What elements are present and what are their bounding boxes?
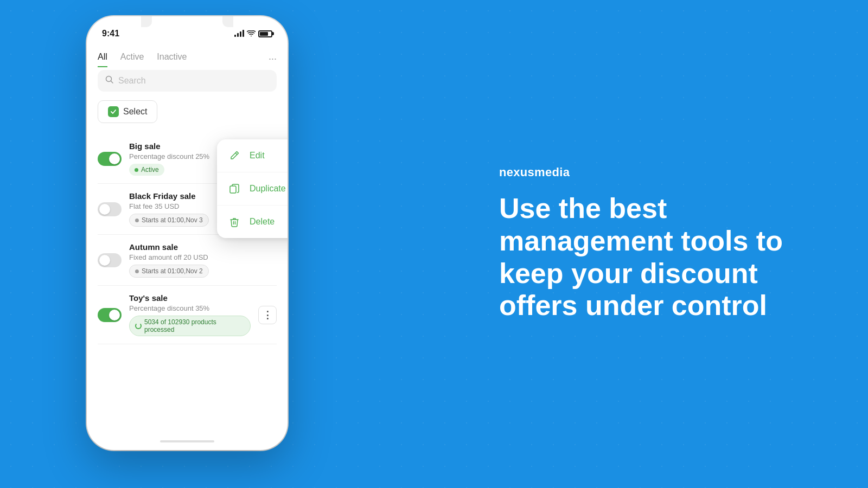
- badge-dot-autumn: [135, 269, 139, 273]
- edit-icon: [228, 149, 241, 162]
- select-button[interactable]: Select: [98, 100, 157, 123]
- context-menu: Edit Duplicate: [217, 139, 288, 238]
- menu-item-edit[interactable]: Edit: [217, 139, 288, 172]
- search-icon: [105, 75, 114, 86]
- sale-desc-toys: Percentage discount 35%: [129, 304, 251, 312]
- phone-notch: [152, 16, 222, 31]
- badge-black-friday: Starts at 01:00,Nov 3: [129, 214, 209, 227]
- scroll-indicator: [160, 440, 214, 442]
- checkbox-icon: [108, 106, 119, 117]
- tab-all[interactable]: All: [98, 52, 107, 67]
- phone-mockup: 9:41: [87, 16, 288, 472]
- badge-autumn: Starts at 01:00,Nov 2: [129, 265, 209, 278]
- status-icons: [234, 30, 272, 37]
- menu-delete-label: Delete: [250, 217, 275, 227]
- menu-item-duplicate[interactable]: Duplicate: [217, 172, 288, 206]
- delete-icon: [228, 215, 241, 228]
- right-panel: nexusmedia Use the best management tools…: [499, 165, 803, 322]
- duplicate-icon: [228, 182, 241, 195]
- sale-item-autumn: Autumn sale Fixed amount off 20 USD Star…: [98, 235, 277, 286]
- tab-more[interactable]: ...: [269, 51, 277, 68]
- tagline: Use the best management tools to keep yo…: [499, 192, 803, 322]
- tab-inactive[interactable]: Inactive: [157, 52, 187, 67]
- wifi-icon: [247, 30, 256, 37]
- battery-icon: [258, 30, 272, 37]
- sale-info-autumn: Autumn sale Fixed amount off 20 USD Star…: [129, 242, 277, 278]
- sale-item-big-sale: Big sale Percentage discount 25% Active …: [98, 134, 277, 184]
- brand-prefix: nexus: [499, 165, 534, 179]
- sale-name-autumn: Autumn sale: [129, 242, 277, 252]
- search-placeholder: Search: [118, 76, 146, 86]
- sale-desc-autumn: Fixed amount off 20 USD: [129, 253, 277, 261]
- menu-item-delete[interactable]: Delete: [217, 206, 288, 238]
- sale-name-toys: Toy's sale: [129, 293, 251, 303]
- signal-icon: [234, 30, 244, 37]
- brand-suffix: media: [534, 165, 570, 179]
- more-button-toys[interactable]: ⋮: [258, 306, 277, 324]
- tab-active[interactable]: Active: [120, 52, 144, 67]
- badge-big-sale: Active: [129, 164, 164, 176]
- select-label: Select: [123, 107, 147, 117]
- badge-dot-big-sale: [135, 168, 138, 172]
- toggle-black-friday[interactable]: [98, 202, 122, 216]
- status-time: 9:41: [102, 29, 119, 38]
- search-bar[interactable]: Search: [98, 70, 277, 92]
- phone-body: 9:41: [87, 16, 288, 450]
- phone-content: All Active Inactive ... Search: [87, 44, 288, 450]
- svg-rect-1: [230, 186, 236, 193]
- tabs-bar: All Active Inactive ...: [98, 44, 277, 68]
- badge-toys: 5034 of 102930 products processed: [129, 316, 251, 336]
- menu-duplicate-label: Duplicate: [250, 184, 286, 194]
- toggle-autumn[interactable]: [98, 253, 122, 267]
- processing-spinner: [135, 323, 142, 329]
- sale-item-toys: Toy's sale Percentage discount 35% 5034 …: [98, 286, 277, 344]
- sale-info-toys: Toy's sale Percentage discount 35% 5034 …: [129, 293, 251, 336]
- badge-dot-black-friday: [135, 219, 139, 222]
- menu-edit-label: Edit: [250, 151, 265, 160]
- toggle-toys[interactable]: [98, 308, 122, 322]
- toggle-big-sale[interactable]: [98, 152, 122, 166]
- brand-name: nexusmedia: [499, 165, 803, 179]
